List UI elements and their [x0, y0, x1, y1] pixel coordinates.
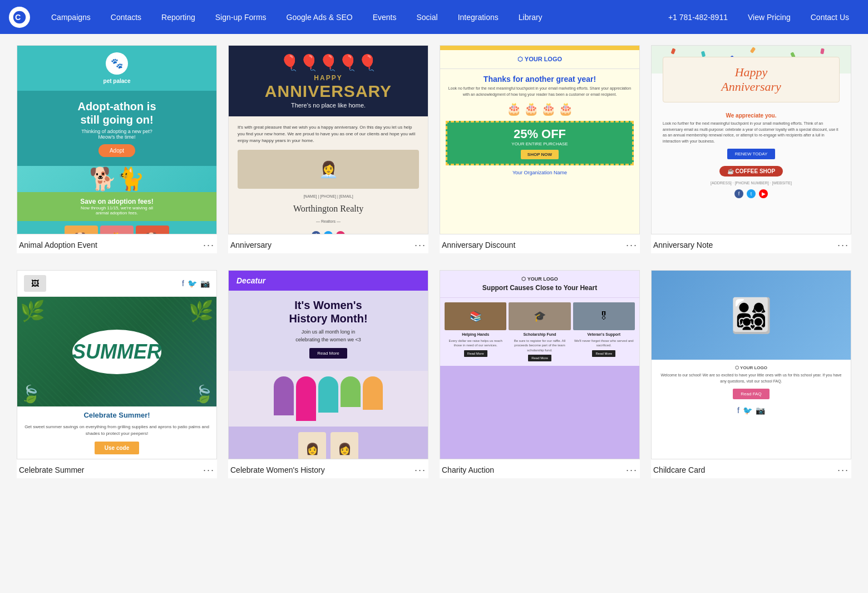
template-thumb-charity: ⬡ YOUR LOGO Support Causes Close to Your…: [440, 270, 640, 459]
template-name-adoption: Animal Adoption Event: [19, 241, 97, 249]
template-more-anniversary[interactable]: ···: [415, 240, 426, 250]
nav-links: Campaigns Contacts Reporting Sign-up For…: [41, 0, 658, 34]
template-name-summer: Celebrate Summer: [19, 465, 85, 474]
template-thumb-summer: 🖼 f 🐦 📷 🌿 🌿 🍃 🍃: [17, 270, 217, 459]
main-nav: C Campaigns Contacts Reporting Sign-up F…: [0, 0, 868, 34]
nav-phone: +1 781-482-8911: [658, 0, 738, 34]
svg-text:C: C: [15, 12, 21, 21]
template-name-anniv-disc: Anniversary Discount: [442, 241, 515, 249]
nav-right: +1 781-482-8911 View Pricing Contact Us: [658, 0, 859, 34]
nav-social[interactable]: Social: [406, 0, 447, 34]
nav-library[interactable]: Library: [509, 0, 553, 34]
template-card-childcare[interactable]: 👨‍👩‍👧‍👦 ⬡ YOUR LOGO Welcome to our schoo…: [651, 270, 851, 478]
template-card-charity[interactable]: ⬡ YOUR LOGO Support Causes Close to Your…: [440, 270, 640, 478]
template-more-anniv-note[interactable]: ···: [837, 240, 849, 250]
nav-contact-us[interactable]: Contact Us: [801, 0, 859, 34]
nav-signup-forms[interactable]: Sign-up Forms: [205, 0, 277, 34]
template-thumb-anniversary: 🎈🎈🎈🎈🎈 HAPPY ANNIVERSARY There's no place…: [228, 45, 428, 234]
template-card-animal-adoption[interactable]: 🐾 pet palace Adopt-athon isstill going o…: [17, 45, 217, 253]
template-more-adoption[interactable]: ···: [203, 240, 215, 250]
template-more-womens[interactable]: ···: [415, 465, 426, 475]
template-thumb-anniv-disc: ⬡ YOUR LOGO Thanks for another great yea…: [440, 45, 640, 234]
template-name-charity: Charity Auction: [442, 465, 494, 474]
app-logo[interactable]: C: [9, 7, 30, 28]
template-thumb-childcare: 👨‍👩‍👧‍👦 ⬡ YOUR LOGO Welcome to our schoo…: [651, 270, 851, 459]
template-name-childcare: Childcare Card: [653, 465, 705, 474]
template-name-anniversary: Anniversary: [230, 241, 272, 249]
template-thumb-animal-adoption: 🐾 pet palace Adopt-athon isstill going o…: [17, 45, 217, 234]
template-card-anniv-disc[interactable]: ⬡ YOUR LOGO Thanks for another great yea…: [440, 45, 640, 253]
template-name-womens: Celebrate Women's History: [230, 465, 325, 474]
template-thumb-womens: Decatur It's Women'sHistory Month! Join …: [228, 270, 428, 459]
template-more-summer[interactable]: ···: [203, 465, 215, 475]
template-more-charity[interactable]: ···: [626, 465, 638, 475]
template-more-childcare[interactable]: ···: [837, 465, 849, 475]
template-card-womens[interactable]: Decatur It's Women'sHistory Month! Join …: [228, 270, 428, 478]
nav-contacts[interactable]: Contacts: [101, 0, 151, 34]
template-card-summer[interactable]: 🖼 f 🐦 📷 🌿 🌿 🍃 🍃: [17, 270, 217, 478]
template-more-anniv-disc[interactable]: ···: [626, 240, 638, 250]
template-grid: 🐾 pet palace Adopt-athon isstill going o…: [17, 45, 851, 478]
nav-google-ads[interactable]: Google Ads & SEO: [277, 0, 363, 34]
template-thumb-anniv-note: HappyAnniversary We appreciate you. Look…: [651, 45, 851, 234]
template-card-anniversary[interactable]: 🎈🎈🎈🎈🎈 HAPPY ANNIVERSARY There's no place…: [228, 45, 428, 253]
nav-campaigns[interactable]: Campaigns: [41, 0, 101, 34]
nav-integrations[interactable]: Integrations: [448, 0, 509, 34]
nav-view-pricing[interactable]: View Pricing: [738, 0, 801, 34]
template-name-anniv-note: Anniversary Note: [653, 241, 713, 249]
template-card-anniv-note[interactable]: HappyAnniversary We appreciate you. Look…: [651, 45, 851, 253]
nav-reporting[interactable]: Reporting: [151, 0, 205, 34]
nav-events[interactable]: Events: [363, 0, 407, 34]
main-content: 🐾 pet palace Adopt-athon isstill going o…: [0, 34, 868, 489]
